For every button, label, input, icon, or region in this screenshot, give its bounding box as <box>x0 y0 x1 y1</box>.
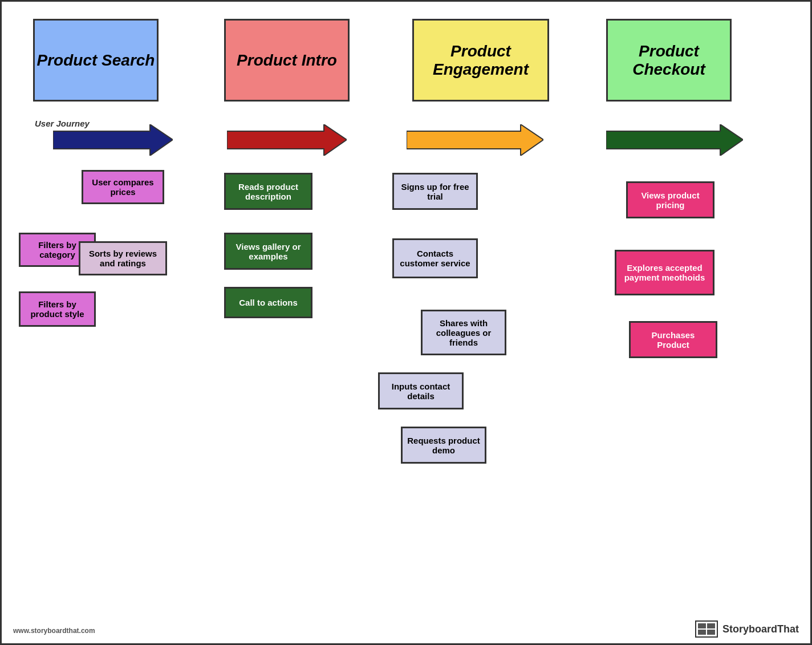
shares-with-colleagues-label: Shares with colleagues or friends <box>427 318 500 347</box>
contacts-customer-label: Contacts customer service <box>399 249 472 268</box>
views-product-pricing-label: Views product pricing <box>632 190 708 210</box>
signs-up-label: Signs up for free trial <box>399 182 472 201</box>
footer-website: www.storyboardthat.com <box>13 627 95 635</box>
header-product-intro-label: Product Intro <box>237 51 337 70</box>
arrow-search <box>53 124 173 156</box>
svg-marker-2 <box>407 124 543 156</box>
svg-marker-0 <box>53 124 173 156</box>
svg-marker-1 <box>227 124 347 156</box>
shares-with-colleagues-box: Shares with colleagues or friends <box>421 310 506 355</box>
footer-logo-icon <box>695 620 718 638</box>
purchases-product-label: Purchases Product <box>635 330 711 350</box>
arrow-engagement <box>407 124 543 156</box>
arrow-checkout <box>606 124 743 156</box>
requests-demo-label: Requests product demo <box>407 436 480 455</box>
views-gallery-box: Views gallery or examples <box>224 233 312 270</box>
views-product-pricing-box: Views product pricing <box>626 181 714 218</box>
header-product-search-label: Product Search <box>37 51 155 70</box>
footer-brand-name: StoryboardThat <box>722 623 799 635</box>
call-to-actions-box: Call to actions <box>224 287 312 318</box>
svg-marker-3 <box>606 124 743 156</box>
reads-product-description-label: Reads product description <box>230 182 306 201</box>
contacts-customer-box: Contacts customer service <box>392 238 478 278</box>
inputs-contact-label: Inputs contact details <box>384 382 457 401</box>
header-product-search: Product Search <box>33 19 159 102</box>
header-product-checkout: Product Checkout <box>606 19 732 102</box>
header-product-intro: Product Intro <box>224 19 350 102</box>
header-product-engagement-label: Product Engagement <box>414 42 547 79</box>
filters-by-product-style-label: Filters by product style <box>25 299 90 319</box>
call-to-actions-label: Call to actions <box>239 298 298 307</box>
explores-payment-box: Explores accepted payment meothoids <box>615 250 714 295</box>
footer-brand: StoryboardThat <box>695 620 799 638</box>
header-product-checkout-label: Product Checkout <box>608 42 730 79</box>
sorts-by-reviews-box: Sorts by reviews and ratings <box>79 241 167 275</box>
sorts-by-reviews-label: Sorts by reviews and ratings <box>85 249 161 268</box>
canvas: Product Search Product Intro Product Eng… <box>2 2 810 643</box>
explores-payment-label: Explores accepted payment meothoids <box>621 263 708 282</box>
user-compares-prices-box: User compares prices <box>82 170 164 204</box>
reads-product-description-box: Reads product description <box>224 173 312 210</box>
purchases-product-box: Purchases Product <box>629 321 717 358</box>
signs-up-box: Signs up for free trial <box>392 173 478 210</box>
inputs-contact-box: Inputs contact details <box>378 372 464 409</box>
views-gallery-label: Views gallery or examples <box>230 242 306 261</box>
user-compares-prices-label: User compares prices <box>88 177 158 197</box>
arrow-intro <box>227 124 347 156</box>
filters-by-product-style-box: Filters by product style <box>19 291 96 327</box>
header-product-engagement: Product Engagement <box>412 19 549 102</box>
requests-demo-box: Requests product demo <box>401 427 486 464</box>
